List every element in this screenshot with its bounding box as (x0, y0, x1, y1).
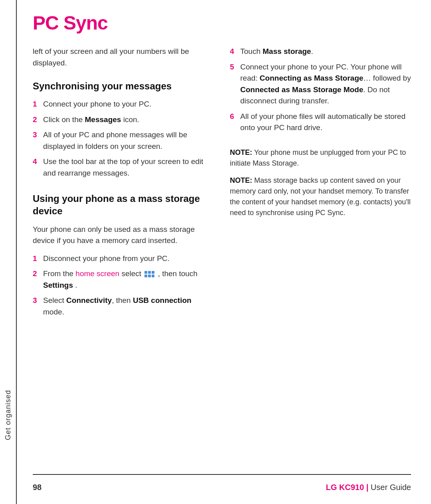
list-item: 4 Touch Mass storage. (230, 46, 411, 57)
list-item: 5 Connect your phone to your PC. Your ph… (230, 61, 411, 107)
page-container: Get organised PC Sync left of your scree… (0, 0, 431, 504)
bold-connected: Connected as Mass Storage Mode (240, 85, 363, 94)
bold-mass-storage: Mass storage (263, 47, 311, 55)
list-item: 2 From the home screen select , then tou… (33, 268, 214, 291)
list-num: 6 (230, 111, 237, 134)
left-column: left of your screen and all your numbers… (33, 46, 214, 474)
sidebar-label: Get organised (4, 390, 12, 440)
icon-dot (152, 275, 154, 277)
list-num: 4 (230, 46, 237, 57)
separator: | (364, 483, 371, 492)
list-item: 4 Use the tool bar at the top of your sc… (33, 156, 214, 179)
list-num: 1 (33, 253, 40, 265)
brand-name: LG KC910 | User Guide (326, 483, 411, 492)
note2-label: NOTE: (230, 176, 252, 184)
right-list: 4 Touch Mass storage. 5 Connect your pho… (230, 46, 411, 138)
note1: NOTE: Your phone must be unplugged from … (230, 147, 411, 169)
page-title: PC Sync (33, 12, 411, 34)
section1-heading: Synchronising your messages (33, 80, 214, 92)
list-item: 1 Disconnect your phone from your PC. (33, 253, 214, 265)
list-item: 3 All of your PC and phone messages will… (33, 129, 214, 152)
list-num: 1 (33, 99, 40, 110)
list-text: Use the tool bar at the top of your scre… (43, 156, 214, 179)
note2: NOTE: Mass storage backs up content save… (230, 175, 411, 218)
list-text: Touch Mass storage. (240, 46, 411, 57)
bold-settings: Settings (43, 281, 73, 289)
page-number: 98 (33, 483, 42, 492)
list-num: 4 (33, 156, 40, 179)
main-content: PC Sync left of your screen and all your… (17, 0, 431, 504)
list-item: 6 All of your phone files will automatic… (230, 111, 411, 134)
list-text: Disconnect your phone from your PC. (43, 253, 214, 265)
list-text: All of your phone files will automatical… (240, 111, 411, 134)
bold-connecting: Connecting as Mass Storage (260, 74, 364, 82)
apps-icon (144, 271, 154, 277)
sidebar: Get organised (0, 0, 17, 504)
icon-dot (148, 275, 151, 277)
footer: 98 LG KC910 | User Guide (33, 474, 411, 492)
list-num: 2 (33, 268, 40, 291)
list-text: Connect your phone to your PC. (43, 99, 214, 110)
guide-label: User Guide (371, 483, 411, 492)
bold-messages: Messages (85, 115, 121, 124)
list-item: 2 Click on the Messages icon. (33, 114, 214, 126)
icon-dot (152, 271, 154, 274)
note1-label: NOTE: (230, 148, 252, 156)
section2-intro: Your phone can only be used as a mass st… (33, 224, 214, 247)
list-num: 2 (33, 114, 40, 126)
bold-usb: USB connection (133, 296, 192, 304)
list-text: Click on the Messages icon. (43, 114, 214, 126)
intro-text: left of your screen and all your numbers… (33, 46, 214, 69)
list-num: 3 (33, 129, 40, 152)
list-item: 1 Connect your phone to your PC. (33, 99, 214, 110)
mass-storage-list: 1 Disconnect your phone from your PC. 2 … (33, 253, 214, 322)
list-num: 5 (230, 61, 237, 107)
list-item: 3 Select Connectivity, then USB connecti… (33, 295, 214, 318)
list-text: All of your PC and phone messages will b… (43, 129, 214, 152)
icon-dot (144, 271, 147, 274)
list-num: 3 (33, 295, 40, 318)
icon-dot (148, 271, 151, 274)
two-column-layout: left of your screen and all your numbers… (33, 46, 411, 474)
bold-connectivity: Connectivity (66, 296, 112, 304)
sync-messages-list: 1 Connect your phone to your PC. 2 Click… (33, 99, 214, 183)
footer-brand-guide: LG KC910 | User Guide (326, 483, 411, 492)
home-screen-link: home screen (75, 269, 119, 278)
icon-dot (144, 275, 147, 277)
section2-heading: Using your phone as a mass storage devic… (33, 192, 214, 217)
right-column: 4 Touch Mass storage. 5 Connect your pho… (230, 46, 411, 474)
list-text: Connect your phone to your PC. Your phon… (240, 61, 411, 107)
list-text: From the home screen select , then touch… (43, 268, 214, 291)
list-text: Select Connectivity, then USB connection… (43, 295, 214, 318)
